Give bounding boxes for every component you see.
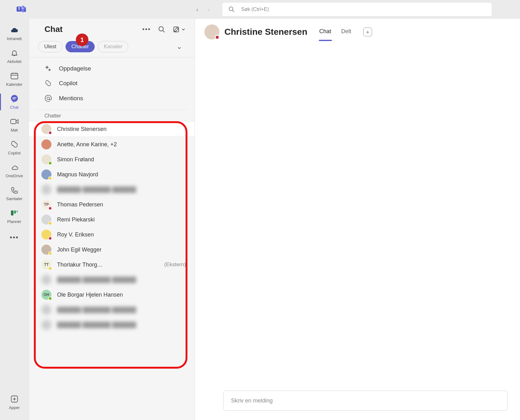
avatar — [41, 245, 51, 255]
presence-icon — [48, 251, 52, 255]
rail-more[interactable]: ••• — [0, 228, 29, 247]
chat-list-item[interactable]: ██████ ███████ ██████ — [29, 182, 195, 197]
filter-unread[interactable]: Ulest — [38, 41, 62, 52]
menu-mentions[interactable]: Mentions — [38, 91, 185, 106]
presence-icon — [48, 161, 52, 165]
rail-kalender[interactable]: Kalender — [0, 68, 29, 91]
menu-copilot[interactable]: Copilot — [38, 76, 185, 91]
chat-list: Christine StenersenAnette, Anne Karine, … — [29, 121, 195, 332]
presence-icon — [48, 221, 52, 225]
rail-mot[interactable]: Møt — [0, 113, 29, 136]
chat-name: Thorlakur Thorg… — [57, 262, 159, 268]
filter-row: 1 Ulest Chatter Kanaler ⌄ — [29, 39, 195, 58]
cloud-icon — [10, 26, 19, 34]
menu-label: Copilot — [59, 80, 77, 87]
copilot-icon — [10, 140, 19, 149]
chat-list-item[interactable]: OHOle Borgar Hjelen Hansen — [29, 287, 195, 302]
avatar — [41, 139, 51, 149]
add-tab-button[interactable]: ＋ — [363, 28, 372, 36]
nav-back-icon[interactable]: ‹ — [196, 6, 198, 13]
chat-list-item[interactable]: Christine Stenersen — [29, 121, 195, 137]
svg-rect-15 — [11, 119, 16, 124]
svg-point-6 — [229, 7, 233, 11]
compose-icon[interactable] — [173, 26, 185, 33]
chat-name: Simon Frøland — [57, 156, 188, 163]
chevron-down-icon[interactable]: ⌄ — [176, 43, 182, 51]
svg-point-3 — [24, 7, 26, 9]
rail-onedrive[interactable]: OneDrive — [0, 159, 29, 182]
avatar — [41, 230, 51, 240]
planner-icon — [10, 209, 19, 217]
chat-list-item[interactable]: ██████ ███████ ██████ — [29, 317, 195, 332]
chat-list-item[interactable]: Simon Frøland — [29, 152, 195, 167]
avatar[interactable] — [204, 24, 219, 39]
avatar — [41, 305, 51, 315]
chat-name: Christine Stenersen — [57, 126, 188, 132]
rail-aktivitet[interactable]: Aktivitet — [0, 45, 29, 68]
tab-delt[interactable]: Delt — [341, 26, 352, 38]
rail-planner[interactable]: Planner — [0, 205, 29, 228]
avatar — [41, 215, 51, 225]
chat-list-item[interactable]: Anette, Anne Karine, +2 — [29, 137, 195, 152]
chat-list-item[interactable]: ██████ ███████ ██████ — [29, 272, 195, 287]
rail-apper[interactable]: Apper — [0, 391, 29, 414]
svg-rect-5 — [24, 9, 26, 12]
search-input[interactable]: Søk (Ctrl+E) — [222, 3, 492, 16]
chat-name: Thomas Pedersen — [57, 201, 188, 208]
svg-rect-17 — [14, 210, 16, 214]
conversation-header: Christine Stenersen Chat Delt ＋ — [195, 19, 520, 45]
chat-panel-title: Chat — [45, 24, 63, 34]
bell-icon — [10, 49, 19, 57]
phone-icon — [10, 186, 19, 194]
chat-list-item[interactable]: TTThorlakur Thorg…(Ekstern) — [29, 257, 195, 272]
chat-name: ██████ ███████ ██████ — [57, 307, 188, 313]
chat-list-item[interactable]: John Egil Wegger — [29, 242, 195, 257]
chat-list-item[interactable]: Remi Piekarski — [29, 212, 195, 227]
rail-label: OneDrive — [6, 174, 23, 178]
presence-icon — [48, 236, 52, 240]
more-icon: ••• — [10, 233, 19, 241]
app-rail: Intranett Aktivitet Kalender Chat Møt Co… — [0, 19, 29, 420]
chat-icon — [10, 94, 19, 103]
chat-list-item[interactable]: TPThomas Pedersen — [29, 197, 195, 212]
chat-name: ██████ ███████ ██████ — [57, 186, 188, 193]
sparkle-icon — [45, 65, 53, 72]
avatar: OH — [41, 290, 51, 300]
rail-intranett[interactable]: Intranett — [0, 22, 29, 45]
calendar-icon — [10, 71, 19, 80]
cloud-outline-icon — [10, 163, 19, 172]
search-icon — [228, 6, 235, 13]
chat-panel-header: Chat ••• — [29, 19, 195, 39]
conversation-title[interactable]: Christine Stenersen — [224, 27, 307, 37]
menu-oppdagelse[interactable]: Oppdagelse — [38, 61, 185, 76]
chat-list-item[interactable]: Roy V. Eriksen — [29, 227, 195, 242]
rail-chat[interactable]: Chat — [0, 91, 29, 113]
at-icon — [45, 95, 53, 102]
more-icon[interactable]: ••• — [142, 26, 151, 33]
chat-list-item[interactable]: Magnus Navjord — [29, 167, 195, 182]
tab-chat[interactable]: Chat — [319, 26, 332, 38]
rail-label: Apper — [9, 405, 20, 410]
svg-line-7 — [233, 10, 234, 12]
presence-icon — [48, 206, 52, 210]
topbar: T ‹ › Søk (Ctrl+E) — [0, 0, 520, 19]
chat-name: Anette, Anne Karine, +2 — [57, 141, 188, 148]
rail-label: Copilot — [8, 151, 20, 155]
rail-samtaler[interactable]: Samtaler — [0, 182, 29, 205]
svg-line-23 — [163, 31, 165, 32]
compose-input[interactable]: Skriv en melding — [223, 391, 507, 411]
svg-point-12 — [11, 95, 18, 102]
chat-list-item[interactable]: ██████ ███████ ██████ — [29, 302, 195, 317]
nav-forward-icon[interactable]: › — [208, 6, 210, 13]
video-icon — [10, 117, 19, 126]
copilot-icon — [45, 80, 53, 87]
nav-arrows: ‹ › — [196, 6, 210, 13]
filter-search-icon[interactable] — [158, 26, 165, 33]
rail-label: Kalender — [6, 82, 22, 87]
rail-label: Aktivitet — [7, 59, 22, 64]
rail-copilot[interactable]: Copilot — [0, 136, 29, 159]
chat-name: Ole Borgar Hjelen Hansen — [57, 292, 188, 298]
chat-name: Roy V. Eriksen — [57, 231, 188, 238]
filter-channels[interactable]: Kanaler — [98, 41, 128, 52]
presence-icon — [48, 131, 52, 135]
